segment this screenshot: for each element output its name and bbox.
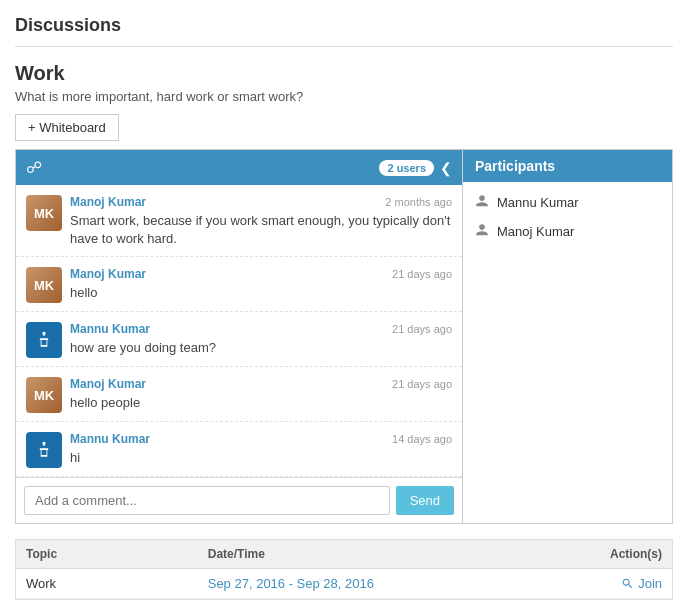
page-title: Discussions	[15, 15, 673, 47]
col-datetime-header: Date/Time	[208, 547, 481, 561]
user-icon	[475, 223, 489, 240]
message-time: 14 days ago	[392, 433, 452, 445]
message-time: 2 months ago	[385, 196, 452, 208]
table-header: Topic Date/Time Action(s)	[16, 540, 672, 569]
participant-name: Mannu Kumar	[497, 195, 579, 210]
message-author: Mannu Kumar	[70, 322, 150, 336]
message-header: Mannu Kumar 14 days ago	[70, 432, 452, 446]
message-item: MK Manoj Kumar 21 days ago hello	[16, 257, 462, 312]
message-item: MK Manoj Kumar 21 days ago hello people	[16, 367, 462, 422]
bottom-table: Topic Date/Time Action(s) Work Sep 27, 2…	[15, 539, 673, 600]
message-time: 21 days ago	[392, 268, 452, 280]
comment-input[interactable]	[24, 486, 390, 515]
avatar	[26, 322, 62, 358]
message-content: Mannu Kumar 21 days ago how are you doin…	[70, 322, 452, 357]
cell-datetime: Sep 27, 2016 - Sep 28, 2016	[208, 576, 481, 591]
participant-item: Manoj Kumar	[463, 217, 672, 246]
message-author: Manoj Kumar	[70, 377, 146, 391]
participants-header: Participants	[463, 150, 672, 182]
avatar: MK	[26, 377, 62, 413]
message-content: Manoj Kumar 21 days ago hello people	[70, 377, 452, 412]
participant-item: Mannu Kumar	[463, 188, 672, 217]
discussion-title: Work	[15, 62, 673, 85]
message-text: hello	[70, 284, 452, 302]
message-text: how are you doing team?	[70, 339, 452, 357]
participant-name: Manoj Kumar	[497, 224, 574, 239]
monitor-icon: ☍	[26, 158, 42, 177]
message-header: Mannu Kumar 21 days ago	[70, 322, 452, 336]
avatar: MK	[26, 195, 62, 231]
message-time: 21 days ago	[392, 323, 452, 335]
message-author: Manoj Kumar	[70, 195, 146, 209]
users-badge: 2 users	[379, 160, 434, 176]
message-text: hi	[70, 449, 452, 467]
participants-list: Mannu Kumar Manoj Kumar	[463, 182, 672, 523]
whiteboard-button[interactable]: + Whiteboard	[15, 114, 119, 141]
discussion-subtitle: What is more important, hard work or sma…	[15, 89, 673, 104]
user-icon	[475, 194, 489, 211]
message-item: Mannu Kumar 14 days ago hi	[16, 422, 462, 477]
chat-messages: MK Manoj Kumar 2 months ago Smart work, …	[16, 185, 462, 478]
collapse-icon[interactable]: ❮	[440, 160, 452, 176]
message-content: Manoj Kumar 21 days ago hello	[70, 267, 452, 302]
main-panel: ☍ 2 users ❮ MK Manoj Kumar 2 months ago …	[15, 149, 673, 524]
chat-header: ☍ 2 users ❮	[16, 150, 462, 185]
participants-panel: Participants Mannu Kumar Manoj Kumar	[462, 150, 672, 523]
chat-input-area: Send	[16, 478, 462, 523]
table-rows: Work Sep 27, 2016 - Sep 28, 2016 Join	[16, 569, 672, 599]
col-topic-header: Topic	[26, 547, 208, 561]
chat-area: ☍ 2 users ❮ MK Manoj Kumar 2 months ago …	[16, 150, 462, 523]
join-link[interactable]: Join	[638, 576, 662, 591]
message-content: Mannu Kumar 14 days ago hi	[70, 432, 452, 467]
message-text: hello people	[70, 394, 452, 412]
message-header: Manoj Kumar 21 days ago	[70, 377, 452, 391]
message-author: Manoj Kumar	[70, 267, 146, 281]
message-header: Manoj Kumar 2 months ago	[70, 195, 452, 209]
message-header: Manoj Kumar 21 days ago	[70, 267, 452, 281]
search-icon	[621, 577, 634, 590]
message-item: Mannu Kumar 21 days ago how are you doin…	[16, 312, 462, 367]
message-text: Smart work, because if you work smart en…	[70, 212, 452, 248]
send-button[interactable]: Send	[396, 486, 454, 515]
cell-topic: Work	[26, 576, 208, 591]
users-count: 2 users	[387, 162, 426, 174]
message-time: 21 days ago	[392, 378, 452, 390]
col-action-header: Action(s)	[480, 547, 662, 561]
cell-action: Join	[480, 576, 662, 591]
message-author: Mannu Kumar	[70, 432, 150, 446]
message-content: Manoj Kumar 2 months ago Smart work, bec…	[70, 195, 452, 248]
chat-header-left: ☍	[26, 158, 42, 177]
message-item: MK Manoj Kumar 2 months ago Smart work, …	[16, 185, 462, 257]
avatar	[26, 432, 62, 468]
table-row: Work Sep 27, 2016 - Sep 28, 2016 Join	[16, 569, 672, 599]
discussion-section: Work What is more important, hard work o…	[15, 62, 673, 104]
avatar: MK	[26, 267, 62, 303]
